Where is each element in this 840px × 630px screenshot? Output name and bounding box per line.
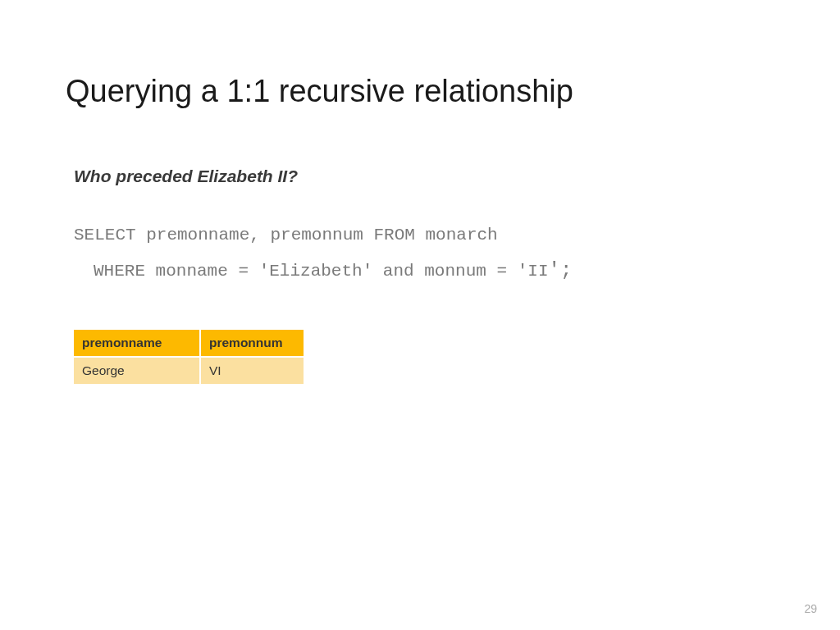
table-header-premonname: premonname bbox=[74, 330, 200, 357]
slide: Querying a 1:1 recursive relationship Wh… bbox=[0, 0, 840, 630]
question-text: Who preceded Elizabeth II? bbox=[74, 167, 774, 186]
table-header-row: premonname premonnum bbox=[74, 330, 304, 357]
slide-title: Querying a 1:1 recursive relationship bbox=[66, 74, 774, 109]
page-number: 29 bbox=[804, 602, 817, 615]
code-line-1: SELECT premonname, premonnum FROM monarc… bbox=[74, 219, 774, 252]
table-row: George VI bbox=[74, 357, 304, 384]
code-line-2: WHERE monname = 'Elizabeth' and monnum =… bbox=[74, 252, 774, 290]
result-table: premonname premonnum George VI bbox=[74, 330, 304, 384]
table-header-premonnum: premonnum bbox=[200, 330, 304, 357]
table-cell-premonname: George bbox=[74, 357, 200, 384]
sql-code-block: SELECT premonname, premonnum FROM monarc… bbox=[74, 219, 774, 289]
table-cell-premonnum: VI bbox=[200, 357, 304, 384]
